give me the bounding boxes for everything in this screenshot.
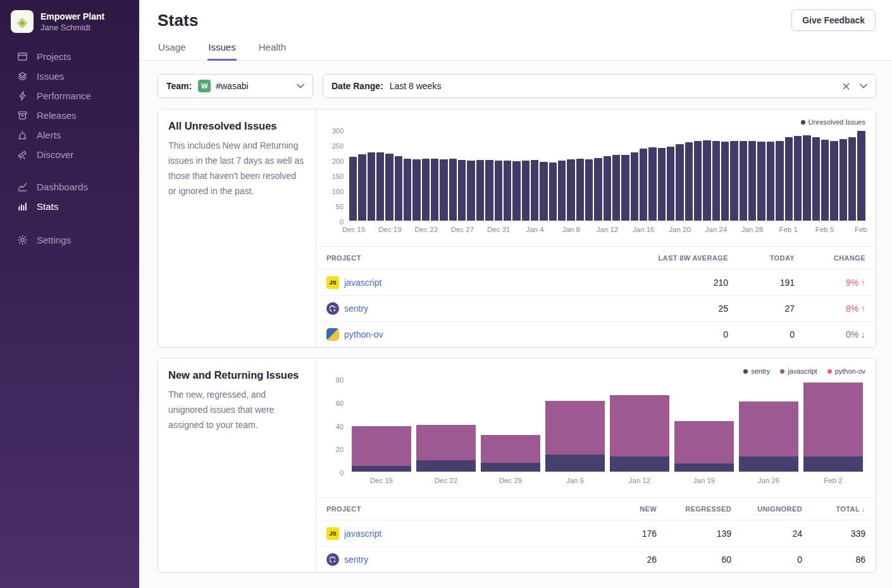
unresolved-issues-bar[interactable]: [857, 131, 865, 221]
unresolved-issues-bar[interactable]: [412, 159, 420, 221]
unresolved-issues-bar[interactable]: [612, 155, 620, 221]
unresolved-issues-bar[interactable]: [449, 159, 457, 221]
unresolved-issues-bar[interactable]: [458, 160, 466, 221]
unresolved-issues-bar[interactable]: [812, 137, 820, 221]
unresolved-issues-bar[interactable]: [576, 159, 584, 221]
unresolved-issues-bar[interactable]: [694, 141, 702, 221]
unresolved-issues-bar[interactable]: [549, 162, 557, 221]
unresolved-issues-bar[interactable]: [621, 155, 629, 221]
unresolved-issues-bar[interactable]: [803, 135, 810, 221]
unresolved-issues-bar[interactable]: [757, 142, 765, 221]
sidebar-item-releases[interactable]: Releases: [0, 106, 139, 125]
sidebar-item-alerts[interactable]: Alerts: [0, 125, 139, 145]
unresolved-issues-bar[interactable]: [748, 141, 756, 221]
unresolved-issues-bar[interactable]: [476, 160, 484, 221]
project-link[interactable]: javascript: [344, 529, 381, 539]
unresolved-issues-bar[interactable]: [404, 159, 411, 221]
unresolved-issues-bar[interactable]: [531, 160, 538, 221]
unresolved-issues-bar[interactable]: [767, 142, 774, 221]
unresolved-issues-bar[interactable]: [358, 154, 366, 221]
project-link[interactable]: javascript: [344, 278, 381, 288]
column-header-total[interactable]: TOTAL↓: [802, 505, 865, 513]
unresolved-issues-bar[interactable]: [667, 147, 674, 221]
unresolved-issues-bar[interactable]: [431, 159, 438, 221]
stacked-bar[interactable]: [481, 380, 540, 472]
unresolved-issues-bar[interactable]: [785, 137, 793, 221]
tab-usage[interactable]: Usage: [158, 36, 186, 61]
tab-bar: UsageIssuesHealth: [139, 36, 892, 61]
org-switcher[interactable]: ◈ Empower Plant Jane Schmidt: [0, 0, 139, 37]
legend-item-sentry[interactable]: sentry: [743, 367, 770, 376]
stacked-bar[interactable]: [739, 380, 798, 472]
unresolved-issues-bar[interactable]: [676, 144, 683, 221]
unresolved-issues-bar[interactable]: [349, 157, 357, 221]
unresolved-issues-bar[interactable]: [467, 161, 474, 221]
sidebar-item-performance[interactable]: Performance: [0, 86, 139, 106]
project-link[interactable]: python-ov: [344, 329, 383, 340]
sidebar-item-settings[interactable]: Settings: [0, 230, 139, 250]
unresolved-issues-bar[interactable]: [648, 147, 656, 221]
bar-segment-javascript: [803, 383, 863, 457]
stacked-bar[interactable]: [674, 380, 734, 472]
x-axis-tick-label: Jan 26: [736, 477, 801, 489]
unresolved-issues-bar[interactable]: [839, 139, 847, 221]
unresolved-issues-bar[interactable]: [585, 159, 593, 221]
unresolved-issues-bar[interactable]: [830, 141, 838, 221]
unresolved-issues-bar[interactable]: [730, 141, 738, 221]
stacked-bar[interactable]: [803, 380, 863, 472]
unresolved-issues-bar[interactable]: [712, 141, 720, 221]
sidebar-item-issues[interactable]: Issues: [0, 66, 139, 86]
legend-item-javascript[interactable]: javascript: [780, 367, 817, 376]
unresolved-issues-bar[interactable]: [631, 152, 638, 221]
unresolved-issues-bar[interactable]: [721, 142, 729, 221]
unresolved-issues-bar[interactable]: [848, 137, 856, 221]
unresolved-issues-bar[interactable]: [558, 161, 566, 221]
unresolved-issues-bar[interactable]: [776, 141, 783, 221]
unresolved-issues-bar[interactable]: [395, 156, 402, 221]
unresolved-issues-bar[interactable]: [594, 158, 602, 221]
sidebar-item-discover[interactable]: Discover: [0, 145, 139, 164]
x-axis-tick-label: Feb 2: [801, 477, 865, 489]
unresolved-issues-bar[interactable]: [685, 142, 693, 221]
sidebar-item-stats[interactable]: Stats: [0, 197, 139, 216]
unresolved-issues-bar[interactable]: [604, 156, 611, 221]
legend-item-python-ov[interactable]: python-ov: [827, 367, 865, 376]
tab-issues[interactable]: Issues: [208, 36, 236, 61]
tab-health[interactable]: Health: [258, 36, 287, 61]
unresolved-issues-bar[interactable]: [495, 161, 502, 221]
project-link[interactable]: sentry: [344, 303, 368, 314]
stacked-bar[interactable]: [545, 380, 605, 472]
unresolved-issues-bar[interactable]: [658, 148, 666, 221]
unresolved-issues-bar[interactable]: [821, 140, 829, 221]
clear-date-icon[interactable]: [843, 83, 850, 90]
stacked-bar[interactable]: [610, 380, 669, 472]
legend-label: javascript: [788, 367, 817, 375]
unresolved-issues-bar[interactable]: [794, 136, 802, 221]
stacked-bar[interactable]: [416, 380, 476, 472]
date-range-filter[interactable]: Date Range: Last 8 weeks: [323, 74, 876, 98]
bar-segment-sentry: [481, 463, 540, 472]
unresolved-issues-bar[interactable]: [740, 141, 747, 221]
unresolved-issues-bar[interactable]: [422, 159, 430, 221]
unresolved-issues-bar[interactable]: [540, 162, 547, 221]
unresolved-issues-bar[interactable]: [640, 149, 647, 221]
unresolved-issues-bar[interactable]: [440, 159, 447, 221]
legend-item-unresolved-issues[interactable]: Unresolved Issues: [801, 118, 866, 126]
unresolved-issues-bar[interactable]: [376, 152, 384, 221]
give-feedback-button[interactable]: Give Feedback: [791, 9, 876, 31]
unresolved-issues-bar[interactable]: [703, 140, 710, 221]
unresolved-issues-bar[interactable]: [485, 160, 493, 221]
unresolved-issues-bar[interactable]: [504, 161, 511, 221]
team-filter[interactable]: Team: W #wasabi: [158, 74, 313, 98]
project-link[interactable]: sentry: [344, 554, 368, 565]
unresolved-issues-bar[interactable]: [385, 154, 393, 221]
sidebar-item-projects[interactable]: Projects: [0, 47, 139, 66]
chevron-down-icon: [860, 83, 867, 89]
stacked-bar[interactable]: [352, 380, 411, 472]
unresolved-issues-bar[interactable]: [567, 159, 574, 221]
unresolved-issues-bar[interactable]: [368, 152, 375, 221]
total-value: 339: [802, 529, 865, 539]
sidebar-item-dashboards[interactable]: Dashboards: [0, 177, 139, 197]
unresolved-issues-bar[interactable]: [522, 161, 530, 221]
unresolved-issues-bar[interactable]: [512, 161, 520, 221]
